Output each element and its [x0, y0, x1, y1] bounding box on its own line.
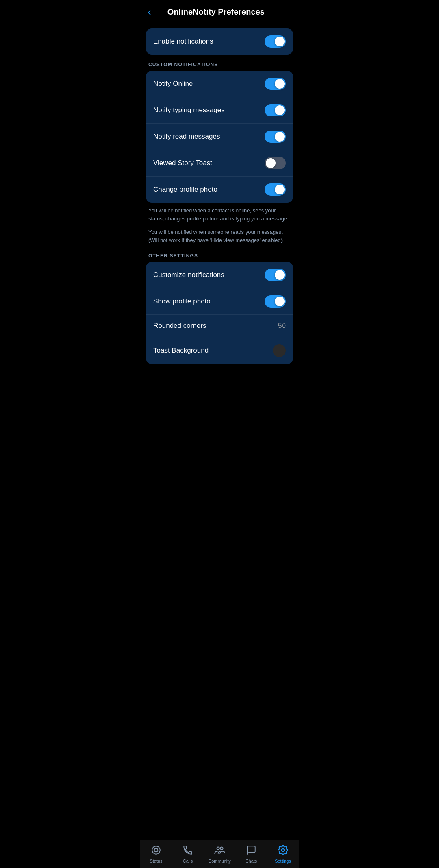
viewed-story-toggle[interactable]: [265, 157, 286, 169]
toggle-track[interactable]: [265, 183, 286, 196]
toggle-thumb: [266, 158, 276, 168]
viewed-story-label: Viewed Story Toast: [153, 159, 212, 167]
toggle-track[interactable]: [265, 78, 286, 90]
toggle-track[interactable]: [265, 157, 286, 169]
rounded-corners-value: 50: [278, 322, 286, 330]
back-button[interactable]: ‹: [148, 7, 151, 17]
other-settings-section: OTHER SETTINGS Customize notifications S…: [146, 246, 293, 364]
toggle-thumb: [275, 132, 285, 142]
custom-notifications-desc2: You will be notified when someone reads …: [146, 224, 293, 246]
toast-background-color[interactable]: [273, 344, 286, 357]
toggle-thumb: [275, 185, 285, 194]
toggle-thumb: [275, 79, 285, 89]
toggle-track[interactable]: [265, 295, 286, 308]
notify-online-toggle[interactable]: [265, 78, 286, 90]
toggle-track[interactable]: [265, 131, 286, 143]
customize-notifications-toggle[interactable]: [265, 269, 286, 281]
custom-notifications-card: Notify Online Notify typing messages Not…: [146, 71, 293, 203]
show-profile-photo-label: Show profile photo: [153, 297, 211, 305]
show-profile-photo-row: Show profile photo: [146, 288, 293, 315]
toggle-track[interactable]: [265, 35, 286, 48]
show-profile-photo-toggle[interactable]: [265, 295, 286, 308]
custom-notifications-label: CUSTOM NOTIFICATIONS: [146, 55, 293, 71]
toast-background-row: Toast Background: [146, 337, 293, 364]
enable-notifications-card: Enable notifications: [146, 28, 293, 55]
customize-notifications-label: Customize notifications: [153, 271, 224, 279]
enable-notifications-label: Enable notifications: [153, 37, 213, 46]
header: ‹ OnlineNotity Preferences: [140, 0, 299, 22]
change-photo-row: Change profile photo: [146, 177, 293, 203]
notify-online-label: Notify Online: [153, 80, 193, 88]
notify-read-row: Notify read messages: [146, 124, 293, 150]
other-settings-label: OTHER SETTINGS: [146, 246, 293, 262]
change-photo-toggle[interactable]: [265, 183, 286, 196]
custom-notifications-section: CUSTOM NOTIFICATIONS Notify Online Notif…: [146, 55, 293, 246]
custom-notifications-desc1: You will be notified when a contact is o…: [146, 203, 293, 224]
notify-typing-label: Notify typing messages: [153, 106, 225, 114]
customize-notifications-row: Customize notifications: [146, 262, 293, 288]
notify-read-toggle[interactable]: [265, 131, 286, 143]
change-photo-label: Change profile photo: [153, 185, 217, 194]
toast-background-label: Toast Background: [153, 347, 209, 355]
toggle-track[interactable]: [265, 104, 286, 116]
viewed-story-row: Viewed Story Toast: [146, 150, 293, 177]
enable-notifications-section: Enable notifications: [146, 28, 293, 55]
other-settings-card: Customize notifications Show profile pho…: [146, 262, 293, 364]
toggle-thumb: [275, 105, 285, 115]
notify-online-row: Notify Online: [146, 71, 293, 97]
toggle-thumb: [275, 37, 285, 46]
enable-notifications-row: Enable notifications: [146, 28, 293, 55]
page-title: OnlineNotity Preferences: [155, 7, 277, 17]
toggle-thumb: [275, 297, 285, 306]
notify-typing-row: Notify typing messages: [146, 97, 293, 124]
toggle-track[interactable]: [265, 269, 286, 281]
rounded-corners-row: Rounded corners 50: [146, 315, 293, 337]
toggle-thumb: [275, 270, 285, 280]
notify-typing-toggle[interactable]: [265, 104, 286, 116]
notify-read-label: Notify read messages: [153, 133, 220, 141]
content-area: Enable notifications CUSTOM NOTIFICATION…: [140, 28, 299, 401]
rounded-corners-label: Rounded corners: [153, 322, 206, 330]
enable-notifications-toggle[interactable]: [265, 35, 286, 48]
